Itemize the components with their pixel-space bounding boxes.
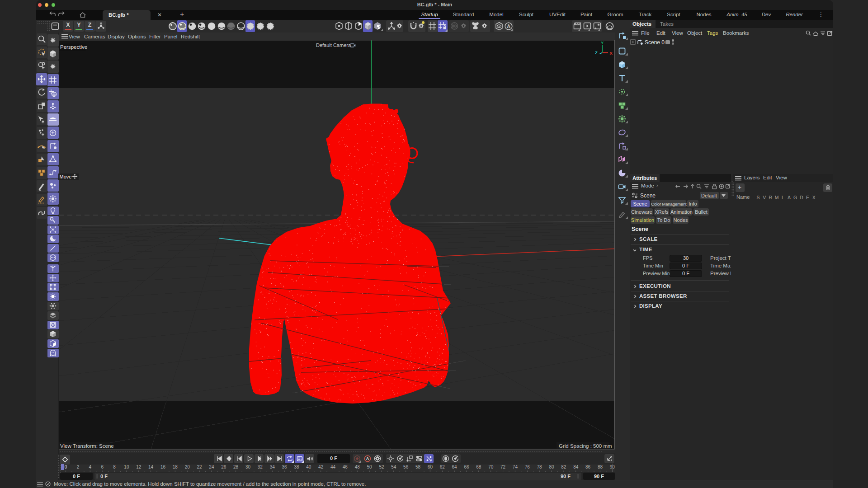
svg-text:Z: Z xyxy=(595,50,598,55)
svg-text:A: A xyxy=(366,456,369,461)
svg-text:A: A xyxy=(507,23,510,29)
svg-text:X: X xyxy=(610,51,613,56)
svg-text:Y: Y xyxy=(601,40,604,45)
